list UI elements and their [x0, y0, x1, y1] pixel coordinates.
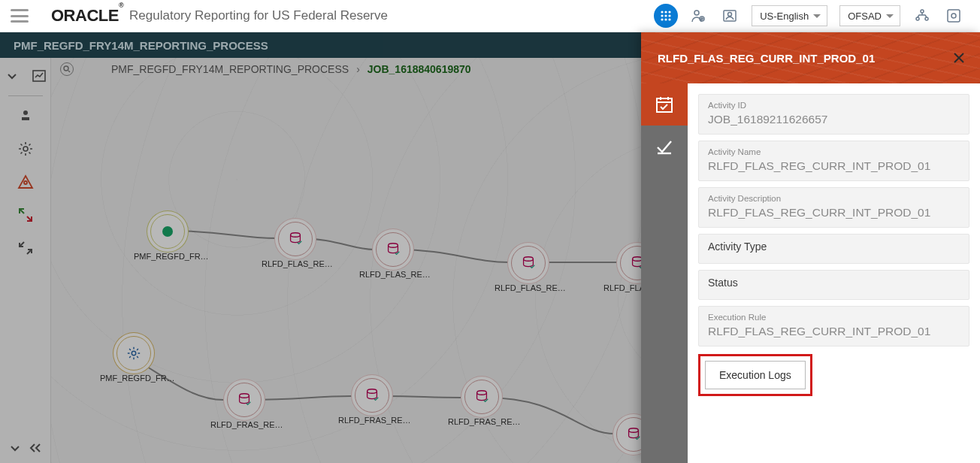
expand-arrows-icon[interactable]	[15, 204, 36, 225]
search-icon[interactable]	[60, 62, 74, 76]
svg-point-0	[661, 11, 664, 13]
svg-point-30	[368, 389, 377, 394]
svg-point-32	[629, 428, 639, 433]
node-label: RLFD_FRAS_RE…	[210, 420, 278, 429]
svg-point-25	[389, 244, 398, 248]
logo-text: ORACLE	[51, 6, 119, 25]
field-value: RLFD_FLAS_REG_CURR_INT_PROD_01	[708, 325, 960, 338]
breadcrumb: PMF_REGFD_FRY14M_REPORTING_PROCESS › JOB…	[60, 62, 471, 76]
svg-point-31	[477, 391, 487, 395]
svg-point-29	[240, 394, 250, 398]
close-icon[interactable]	[948, 47, 969, 68]
field-activity-type[interactable]: Activity Type	[698, 234, 969, 264]
node-label: RLFD_FRAS_RE…	[338, 416, 406, 425]
oracle-logo: ORACLE®	[51, 6, 123, 26]
node-task[interactable]: RLFD_FRAS_RE…	[210, 383, 278, 429]
collapse-icon[interactable]	[2, 65, 23, 86]
svg-point-6	[661, 18, 664, 20]
svg-point-8	[669, 18, 671, 20]
field-label: Activity Type	[708, 241, 960, 253]
field-value: JOB_16189211626657	[708, 113, 960, 126]
field-activity-id: Activity ID JOB_16189211626657	[698, 94, 969, 135]
svg-point-13	[921, 10, 924, 13]
field-value: RLFD_FLAS_REG_CURR_INT_PROD_01	[708, 159, 960, 173]
back-double-icon[interactable]	[26, 437, 47, 458]
breadcrumb-sep: ›	[356, 63, 360, 75]
field-label: Execution Rule	[708, 313, 960, 322]
chart-icon[interactable]	[29, 65, 50, 86]
breadcrumb-root[interactable]: PMF_REGFD_FRY14M_REPORTING_PROCESS	[111, 63, 349, 75]
svg-point-5	[669, 14, 671, 17]
svg-rect-20	[22, 117, 29, 120]
menu-icon[interactable]	[11, 9, 29, 23]
svg-point-14	[916, 17, 919, 20]
field-label: Status	[708, 277, 960, 289]
svg-point-4	[665, 14, 667, 17]
tab-activity[interactable]	[641, 83, 688, 126]
panel-title: RLFD_FLAS_REG_CURR_INT_PROD_01	[658, 52, 875, 65]
field-value: RLFD_FLAS_REG_CURR_INT_PROD_01	[708, 206, 960, 219]
details-panel: RLFD_FLAS_REG_CURR_INT_PROD_01 Activity …	[641, 32, 980, 463]
user-select[interactable]: OFSAD	[839, 5, 900, 26]
svg-point-24	[291, 233, 301, 238]
svg-point-7	[665, 18, 667, 20]
app-subtitle: Regulatory Reporting for US Federal Rese…	[129, 8, 388, 23]
svg-point-9	[694, 11, 699, 15]
svg-point-28	[132, 351, 135, 355]
person-icon[interactable]	[15, 105, 36, 126]
node-label: RLFD_FLAS_RE…	[495, 283, 562, 292]
language-selected: US-English	[760, 11, 809, 22]
field-label: Activity Description	[708, 194, 960, 203]
user-selected: OFSAD	[848, 11, 882, 22]
alert-icon[interactable]	[15, 171, 36, 192]
node-label: RLFD_FLAS_RE…	[262, 259, 329, 268]
node-task[interactable]: RLFD_FLAS_RE…	[495, 246, 562, 292]
field-activity-desc: Activity Description RLFD_FLAS_REG_CURR_…	[698, 187, 969, 228]
svg-point-12	[728, 13, 732, 17]
node-label: PMF_REGFD_FR…	[134, 252, 201, 261]
language-select[interactable]: US-English	[752, 5, 827, 26]
tab-status[interactable]	[641, 126, 688, 168]
node-label: PMF_REGFD_FR…	[100, 374, 168, 383]
field-status[interactable]: Status	[698, 270, 969, 300]
profile-card-icon[interactable]	[718, 5, 741, 27]
svg-point-23	[64, 66, 68, 71]
svg-rect-33	[657, 98, 672, 112]
svg-point-3	[661, 14, 664, 17]
collapse-arrows-icon[interactable]	[15, 238, 36, 259]
execution-logs-highlight: Execution Logs	[698, 354, 812, 396]
field-label: Activity ID	[708, 101, 960, 110]
svg-point-17	[951, 14, 956, 18]
node-label: RLFD_FRAS_RE…	[448, 417, 516, 426]
svg-point-2	[669, 11, 671, 13]
dropdown-icon[interactable]	[5, 437, 26, 458]
svg-point-1	[665, 11, 667, 13]
top-bar: ORACLE® Regulatory Reporting for US Fede…	[0, 0, 980, 32]
svg-point-21	[23, 147, 28, 151]
org-icon[interactable]	[911, 5, 933, 27]
svg-rect-16	[948, 10, 960, 22]
execution-logs-button[interactable]: Execution Logs	[705, 361, 806, 389]
user-admin-icon[interactable]	[687, 5, 709, 27]
svg-point-26	[524, 257, 534, 262]
svg-point-22	[24, 181, 27, 184]
gear-icon[interactable]	[15, 138, 36, 159]
svg-point-15	[925, 17, 928, 20]
node-task[interactable]: RLFD_FLAS_RE…	[262, 222, 329, 268]
breadcrumb-current: JOB_1618840619870	[368, 63, 471, 75]
node-task[interactable]: RLFD_FRAS_RE…	[338, 378, 406, 425]
node-config[interactable]: PMF_REGFD_FR…	[100, 336, 168, 383]
field-exec-rule: Execution Rule RLFD_FLAS_REG_CURR_INT_PR…	[698, 306, 969, 346]
panel-tabs	[641, 83, 688, 463]
node-label: RLFD_FLAS_RE…	[359, 270, 427, 279]
settings-badge-icon[interactable]	[942, 5, 965, 27]
field-label: Activity Name	[708, 147, 960, 156]
node-task[interactable]: RLFD_FRAS_RE…	[448, 380, 516, 426]
svg-point-19	[23, 110, 28, 115]
apps-icon[interactable]	[654, 4, 678, 28]
node-start[interactable]: PMF_REGFD_FR…	[134, 214, 201, 261]
panel-fields: Activity ID JOB_16189211626657 Activity …	[688, 83, 980, 463]
field-activity-name: Activity Name RLFD_FLAS_REG_CURR_INT_PRO…	[698, 141, 969, 181]
panel-header: RLFD_FLAS_REG_CURR_INT_PROD_01	[641, 32, 980, 83]
node-task[interactable]: RLFD_FLAS_RE…	[359, 232, 427, 279]
